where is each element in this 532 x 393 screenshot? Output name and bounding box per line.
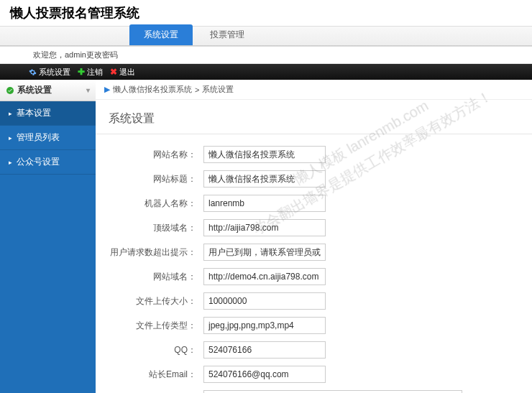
main-tabs: 系统设置 投票管理 xyxy=(0,26,532,46)
label-site-name: 网站名称： xyxy=(110,149,203,161)
breadcrumb-root[interactable]: 懒人微信报名投票系统 xyxy=(113,84,192,95)
input-site-name[interactable] xyxy=(203,146,326,163)
label-qq: QQ： xyxy=(110,344,203,356)
toolbar-logout-label: 退出 xyxy=(119,67,135,78)
breadcrumb-arrow-icon: ▶ xyxy=(104,85,110,94)
input-file-types[interactable] xyxy=(203,317,326,334)
arrow-right-icon: ▸ xyxy=(9,159,12,166)
sidebar: 系统设置 ▾ ▸ 基本设置 ▸ 管理员列表 ▸ 公众号设置 xyxy=(0,80,96,393)
label-top-domain: 顶级域名： xyxy=(110,222,203,234)
settings-form: 网站名称： 网站标题： 机器人名称： 顶级域名： 用户请求数超出提示： 网站域名… xyxy=(96,146,532,393)
toolbar-settings[interactable]: 系统设置 xyxy=(29,67,70,78)
page-title: 系统设置 xyxy=(96,100,532,134)
input-file-size[interactable] xyxy=(203,292,326,310)
tab-system-settings[interactable]: 系统设置 xyxy=(129,24,193,45)
x-icon: ✖ xyxy=(110,67,117,77)
welcome-message: 欢迎您，admin更改密码 xyxy=(0,47,532,64)
label-file-size: 文件上传大小： xyxy=(110,295,203,308)
chevron-down-icon: ▾ xyxy=(86,86,90,94)
label-overflow-tip: 用户请求数超出提示： xyxy=(110,246,203,259)
arrow-right-icon: ▸ xyxy=(9,134,12,142)
sidebar-item-label: 管理员列表 xyxy=(17,131,60,144)
check-icon xyxy=(6,86,14,95)
sidebar-item-basic-settings[interactable]: ▸ 基本设置 xyxy=(0,101,96,126)
toolbar-settings-label: 系统设置 xyxy=(39,67,70,78)
toolbar-register[interactable]: ✚ 注销 xyxy=(78,67,103,78)
toolbar: 系统设置 ✚ 注销 ✖ 退出 xyxy=(0,64,532,80)
tab-vote-management[interactable]: 投票管理 xyxy=(196,24,259,45)
label-robot-name: 机器人名称： xyxy=(110,198,203,210)
input-qq[interactable] xyxy=(203,341,326,359)
input-site-domain[interactable] xyxy=(203,268,326,285)
label-site-domain: 网站域名： xyxy=(110,271,203,283)
input-overflow-tip[interactable] xyxy=(203,244,326,261)
sidebar-item-admin-list[interactable]: ▸ 管理员列表 xyxy=(0,126,96,150)
plus-icon: ✚ xyxy=(78,67,85,77)
toolbar-register-label: 注销 xyxy=(87,67,103,78)
input-site-title[interactable] xyxy=(203,170,326,188)
content-area: ▶ 懒人微信报名投票系统 > 系统设置 系统设置 网站名称： 网站标题： 机器人… xyxy=(96,80,532,393)
input-top-domain[interactable] xyxy=(203,219,326,236)
gear-icon xyxy=(29,68,37,76)
input-robot-name[interactable] xyxy=(203,195,326,212)
sidebar-header[interactable]: 系统设置 ▾ xyxy=(0,80,96,101)
breadcrumb: ▶ 懒人微信报名投票系统 > 系统设置 xyxy=(96,80,532,100)
sidebar-title: 系统设置 xyxy=(17,84,52,96)
breadcrumb-separator: > xyxy=(195,85,199,94)
sidebar-item-wechat-settings[interactable]: ▸ 公众号设置 xyxy=(0,150,96,175)
breadcrumb-current: 系统设置 xyxy=(202,84,234,95)
app-logo: 懒人投票报名管理系统 xyxy=(0,0,532,26)
label-keywords: 网站关键词： xyxy=(110,390,203,393)
input-email[interactable] xyxy=(203,366,326,383)
sidebar-item-label: 公众号设置 xyxy=(17,156,60,168)
input-keywords[interactable] xyxy=(203,390,462,393)
label-site-title: 网站标题： xyxy=(110,173,203,185)
sidebar-item-label: 基本设置 xyxy=(17,107,51,119)
arrow-right-icon: ▸ xyxy=(9,110,12,117)
divider xyxy=(96,134,532,134)
label-file-types: 文件上传类型： xyxy=(110,320,203,332)
label-email: 站长Email： xyxy=(110,369,203,381)
toolbar-logout[interactable]: ✖ 退出 xyxy=(110,67,135,78)
